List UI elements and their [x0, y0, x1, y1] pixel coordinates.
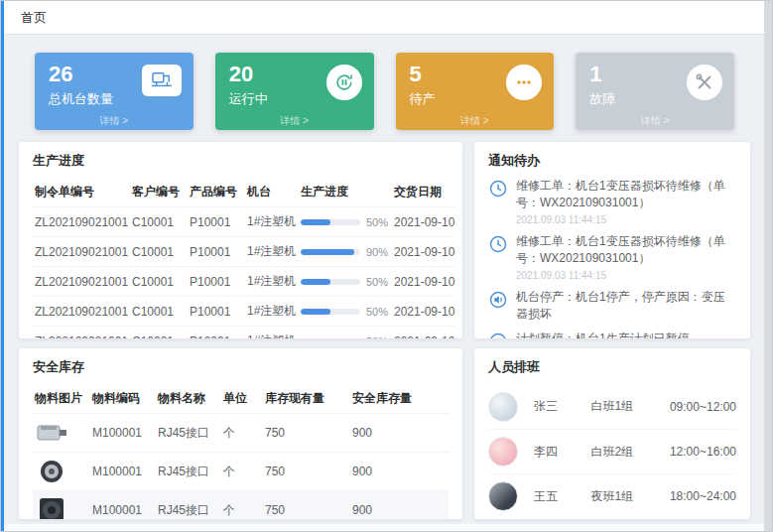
table-row[interactable]: M100001 RJ45接口 个 750 900	[33, 491, 449, 520]
stat-label: 待产	[410, 90, 436, 108]
schedule-row[interactable]: 张三 白班1组 09:00~12:00	[488, 384, 736, 429]
tab-home[interactable]: 首页	[21, 9, 47, 27]
card-info: 20 运行中	[229, 63, 268, 108]
table-row[interactable]: ZL202109021001 C10001 P10001 1#注塑机 90% 2…	[33, 237, 455, 267]
card-main: 1 故障	[589, 63, 722, 108]
col-material-name: 物料名称	[156, 384, 221, 414]
stat-card-total-machines[interactable]: 26 总机台数量 详情 >	[35, 53, 193, 130]
material-name-cell: RJ45接口	[156, 453, 221, 491]
table-row[interactable]: ZL202109021001 C10001 P10001 1#注塑机 50% 2…	[33, 297, 455, 327]
notification-item[interactable]: 计划暂停：机台1生产计划已暂停 2021.09.03 11:44:15	[488, 331, 736, 338]
table-row[interactable]: M100001 RJ45接口 个 750 900	[33, 453, 449, 491]
delivery-date-cell: 2021-09-10	[392, 267, 455, 297]
notification-item[interactable]: 机台停产：机台1停产，停产原因：变压器损坏	[488, 289, 736, 324]
delivery-date-cell: 2021-09-10	[392, 297, 455, 327]
col-delivery-date: 交货日期	[392, 178, 455, 207]
notification-text: 计划暂停：机台1生产计划已暂停	[516, 331, 690, 338]
notification-body: 维修工单：机台1变压器损坏待维修（单号：WX202109031001） 2021…	[516, 178, 736, 225]
table-row[interactable]: ZL202109021001 C10001 P10001 1#注塑机 50% 2…	[33, 267, 455, 297]
material-code-cell: M100001	[90, 453, 156, 491]
table-row[interactable]: ZL202109021001 C10001 P10001 1#注塑机 50% 2…	[33, 207, 455, 237]
panel-title: 安全库存	[33, 358, 449, 376]
stat-card-fault[interactable]: 1 故障 详情 >	[576, 53, 734, 130]
production-table: 制令单编号 客户编号 产品编号 机台 生产进度 交货日期 ZL202109021…	[33, 178, 455, 338]
stat-card-running[interactable]: 20 运行中 详情 >	[215, 53, 374, 130]
accent-stripe	[1, 1, 4, 531]
progress-cell: 50%	[299, 327, 392, 339]
machine-cell: 1#注塑机	[245, 327, 299, 339]
customer-no-cell: C10001	[130, 267, 188, 297]
material-name-cell: RJ45接口	[156, 414, 221, 453]
schedule-row[interactable]: 李四 白班2组 12:00~16:00	[488, 429, 736, 473]
detail-link[interactable]: 详情 >	[35, 114, 193, 128]
rj45-connector-image	[35, 420, 68, 446]
stat-label: 运行中	[229, 90, 268, 108]
progress-label: 50%	[366, 306, 388, 318]
customer-no-cell: C10001	[130, 207, 188, 237]
machine-cell: 1#注塑机	[245, 267, 299, 297]
shift-time: 18:00~24:00	[670, 489, 736, 503]
inventory-table: 物料图片 物料编码 物料名称 单位 库存现有量 安全库存量	[33, 384, 449, 519]
stat-label: 故障	[589, 90, 615, 108]
machine-cell: 1#注塑机	[245, 297, 299, 327]
stat-card-waiting[interactable]: 5 待产 详情 >	[396, 53, 555, 130]
notification-text: 维修工单：机台1变压器损坏待维修（单号：WX202109031001）	[516, 178, 736, 212]
card-info: 5 待产	[410, 63, 436, 108]
progress-label: 90%	[366, 246, 388, 258]
person-name: 张三	[534, 398, 591, 415]
customer-no-cell: C10001	[130, 327, 188, 339]
col-material-image: 物料图片	[33, 384, 90, 414]
machine-cell: 1#注塑机	[245, 237, 299, 267]
material-image-cell	[33, 453, 90, 491]
customer-no-cell: C10001	[130, 237, 188, 267]
inventory-panel: 安全库存 物料图片 物料编码 物料名称 单位 库存现有量 安全库存量	[19, 348, 462, 519]
shift-time: 09:00~12:00	[670, 400, 736, 414]
detail-link[interactable]: 详情 >	[396, 114, 555, 128]
detail-link[interactable]: 详情 >	[576, 114, 734, 128]
notification-time: 2021.09.03 11:44:15	[516, 214, 736, 225]
progress-label: 50%	[366, 216, 388, 228]
speaker-icon	[488, 332, 508, 338]
unit-cell: 个	[221, 414, 263, 453]
stat-label: 总机台数量	[49, 90, 113, 108]
stat-value: 5	[410, 63, 436, 86]
notification-item[interactable]: 维修工单：机台1变压器损坏待维修（单号：WX202109031001） 2021…	[488, 178, 736, 225]
bottom-strip	[1, 524, 772, 531]
scrollbar[interactable]	[764, 1, 772, 531]
table-row[interactable]: M100001 RJ45接口 个 750 900	[33, 414, 449, 453]
person-name: 王五	[534, 488, 591, 505]
card-main: 26 总机台数量	[49, 63, 182, 108]
material-image-cell	[33, 414, 90, 453]
round-connector-image	[35, 459, 68, 484]
table-header-row: 物料图片 物料编码 物料名称 单位 库存现有量 安全库存量	[33, 384, 449, 414]
col-customer-no: 客户编号	[130, 178, 188, 207]
card-main: 5 待产	[410, 63, 543, 108]
table-header-row: 制令单编号 客户编号 产品编号 机台 生产进度 交货日期	[33, 178, 455, 207]
clock-icon	[488, 179, 508, 199]
order-no-cell: ZL202109021001	[33, 207, 130, 237]
stat-value: 20	[229, 63, 268, 86]
shift-label: 白班1组	[591, 398, 670, 415]
machine-icon	[142, 65, 182, 96]
col-product-no: 产品编号	[188, 178, 245, 207]
customer-no-cell: C10001	[130, 297, 188, 327]
topbar: 首页	[1, 1, 772, 35]
material-image-cell	[33, 491, 90, 520]
col-current-qty: 库存现有量	[263, 384, 350, 414]
notification-text: 维修工单：机台1变压器损坏待维修（单号：WX202109031001）	[516, 233, 736, 268]
safety-qty-cell: 900	[350, 491, 449, 520]
content-area: 26 总机台数量 详情 >	[1, 35, 772, 519]
shift-time: 12:00~16:00	[670, 445, 736, 459]
delivery-date-cell: 2021-09-10	[392, 237, 455, 267]
shift-label: 白班2组	[591, 444, 670, 461]
detail-link[interactable]: 详情 >	[215, 114, 374, 128]
progress-bar	[301, 309, 360, 315]
schedule-row[interactable]: 王五 夜班1组 18:00~24:00	[488, 473, 736, 518]
notification-item[interactable]: 维修工单：机台1变压器损坏待维修（单号：WX202109031001） 2021…	[488, 233, 736, 281]
current-qty-cell: 750	[263, 414, 350, 453]
clock-icon	[488, 234, 508, 254]
panels-grid: 生产进度 制令单编号 客户编号 产品编号 机台 生产进度 交货日期	[19, 142, 750, 519]
table-row[interactable]: ZL202109021001 C10001 P10001 1#注塑机 50% 2…	[33, 327, 455, 339]
card-main: 20 运行中	[229, 63, 362, 108]
panel-title: 生产进度	[33, 152, 449, 170]
